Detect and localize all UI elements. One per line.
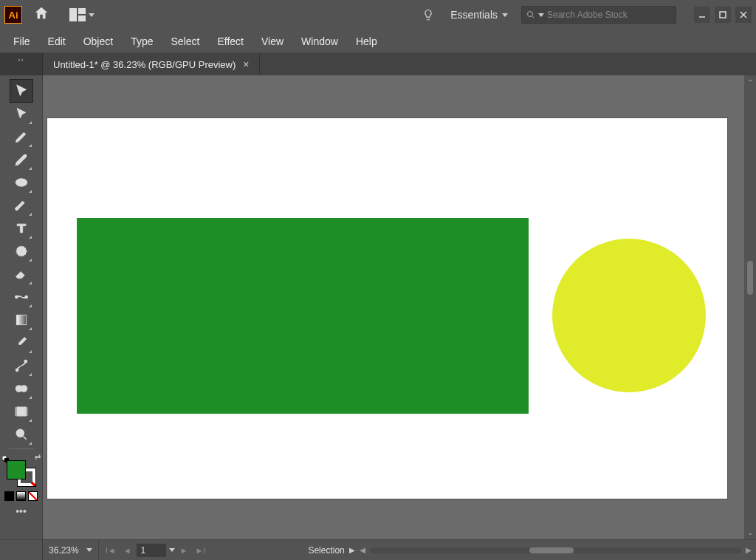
prev-artboard-button[interactable]: ◄: [121, 544, 134, 556]
tool-selection[interactable]: [10, 80, 32, 102]
svg-point-18: [21, 386, 27, 392]
scroll-thumb[interactable]: [747, 261, 753, 295]
menu-select[interactable]: Select: [162, 33, 209, 50]
stock-search[interactable]: [521, 6, 676, 24]
tool-panel: ⇄ •••: [0, 75, 43, 539]
chevron-down-icon: [502, 13, 508, 17]
svg-rect-14: [16, 315, 26, 324]
tool-pen[interactable]: [10, 126, 32, 148]
color-mode-solid[interactable]: [4, 491, 14, 501]
default-fill-stroke-icon[interactable]: [2, 453, 10, 460]
tool-type[interactable]: [10, 217, 32, 239]
menu-file[interactable]: File: [4, 33, 39, 50]
menu-view[interactable]: View: [252, 33, 292, 50]
document-tab[interactable]: Untitled-1* @ 36.23% (RGB/GPU Preview) ×: [43, 53, 260, 75]
edit-toolbar-button[interactable]: •••: [10, 504, 32, 519]
current-tool-hint: Selection: [308, 545, 344, 556]
horizontal-scrollbar[interactable]: ▶ ▶ ▶: [345, 546, 756, 554]
tool-rotate[interactable]: [10, 240, 32, 262]
tool-eraser[interactable]: [10, 263, 32, 285]
expand-icon: ››: [18, 56, 24, 64]
menu-object[interactable]: Object: [75, 33, 122, 50]
tool-separator: [9, 448, 34, 449]
chevron-down-icon: [89, 13, 94, 17]
color-mode-gradient[interactable]: [16, 491, 26, 501]
menu-effect[interactable]: Effect: [208, 33, 252, 50]
home-icon: [33, 5, 49, 24]
draw-mode-row: [4, 491, 38, 501]
svg-point-22: [16, 429, 24, 437]
swap-fill-stroke-icon[interactable]: ⇄: [35, 453, 41, 461]
workspace-label: Essentials: [450, 9, 498, 21]
fill-stroke-control[interactable]: ⇄: [7, 456, 36, 485]
shape-rectangle[interactable]: [77, 218, 529, 414]
artboard-number-field[interactable]: 1: [137, 544, 166, 557]
menu-type[interactable]: Type: [122, 33, 162, 50]
scroll-right-icon[interactable]: ▶: [746, 546, 752, 554]
document-tab-title: Untitled-1* @ 36.23% (RGB/GPU Preview): [53, 59, 236, 70]
chevron-down-icon: [86, 548, 92, 552]
last-artboard-button[interactable]: ►I: [193, 544, 207, 556]
svg-line-23: [23, 437, 26, 440]
svg-rect-1: [78, 8, 86, 14]
document-layout-switcher[interactable]: [66, 8, 97, 21]
layout-icon: [69, 8, 86, 21]
work-area: ⇄ ••• ⌃: [0, 75, 756, 539]
tool-curvature[interactable]: [10, 148, 32, 171]
svg-rect-19: [17, 407, 26, 416]
svg-point-12: [15, 296, 17, 298]
menu-window[interactable]: Window: [292, 33, 347, 50]
minimize-button[interactable]: [694, 7, 710, 23]
tab-close-button[interactable]: ×: [243, 58, 249, 70]
app-window: Ai Essentials: [0, 0, 756, 560]
scroll-left-icon[interactable]: ▶: [360, 546, 365, 554]
menu-help[interactable]: Help: [347, 33, 386, 50]
workspace-switcher[interactable]: Essentials: [444, 9, 514, 21]
svg-point-15: [16, 369, 18, 371]
canvas-area: ⌃ ⌄: [43, 75, 756, 539]
panel-collapse-gutter[interactable]: ››: [0, 53, 43, 75]
svg-point-11: [16, 246, 26, 256]
document-tab-bar: ›› Untitled-1* @ 36.23% (RGB/GPU Preview…: [0, 53, 756, 75]
stock-search-input[interactable]: [547, 10, 671, 20]
scroll-up-icon[interactable]: ⌃: [747, 78, 753, 86]
menu-edit[interactable]: Edit: [39, 33, 75, 50]
fill-swatch[interactable]: [7, 460, 26, 479]
artboard-nav: I◄ ◄ 1 ► ►I: [99, 544, 213, 557]
status-gutter: [0, 540, 43, 560]
discover-button[interactable]: [419, 6, 437, 24]
maximize-button[interactable]: [715, 7, 731, 23]
home-button[interactable]: [30, 3, 53, 27]
tool-symbol-sprayer[interactable]: [10, 378, 32, 400]
next-artboard-button[interactable]: ►: [178, 544, 190, 556]
menu-bar: File Edit Object Type Select Effect View…: [0, 30, 756, 53]
tool-gradient[interactable]: [10, 309, 32, 331]
zoom-control[interactable]: 36.23%: [43, 540, 99, 560]
close-button[interactable]: [735, 7, 752, 23]
window-controls: [694, 7, 752, 23]
svg-rect-6: [720, 12, 726, 18]
tool-direct-selection[interactable]: [10, 103, 32, 125]
tool-width[interactable]: [10, 286, 32, 308]
status-bar: 36.23% I◄ ◄ 1 ► ►I Selection ▶ ▶ ▶: [0, 539, 756, 560]
canvas-viewport[interactable]: [43, 75, 744, 539]
artboard[interactable]: [47, 118, 727, 499]
zoom-value: 36.23%: [49, 545, 79, 556]
svg-point-13: [25, 296, 27, 298]
tool-zoom[interactable]: [10, 423, 32, 445]
tool-artboard[interactable]: [10, 400, 32, 423]
first-artboard-button[interactable]: I◄: [103, 544, 118, 556]
scroll-thumb[interactable]: [529, 547, 574, 553]
color-mode-none[interactable]: [28, 491, 38, 501]
scroll-track[interactable]: [370, 547, 741, 553]
search-icon: [526, 10, 535, 19]
scroll-down-icon[interactable]: ⌄: [747, 528, 753, 536]
tool-blend[interactable]: [10, 355, 32, 377]
tool-paintbrush[interactable]: [10, 194, 32, 216]
shape-ellipse[interactable]: [552, 239, 706, 392]
scroll-menu-icon[interactable]: ▶: [349, 546, 355, 554]
vertical-scrollbar[interactable]: ⌃ ⌄: [744, 75, 756, 539]
tool-shape-ellipse[interactable]: [10, 171, 32, 194]
chevron-down-icon[interactable]: [169, 548, 175, 552]
tool-eyedropper[interactable]: [10, 332, 32, 354]
